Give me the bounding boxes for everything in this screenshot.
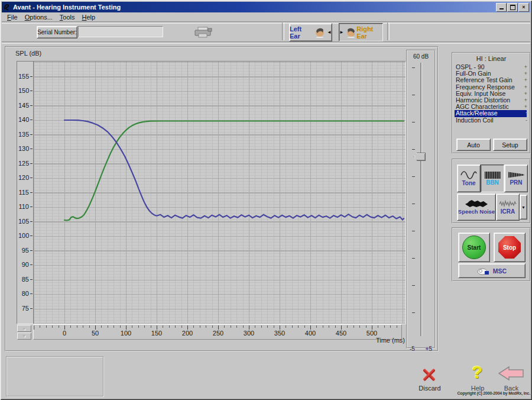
toolbar-bottom-separator: [2, 41, 530, 44]
y-tick-label: 80: [18, 290, 33, 297]
hi-test-item-label: Equiv. Input Noise: [456, 90, 505, 97]
bbn-button[interactable]: BBN: [481, 164, 504, 192]
pseudo-random-noise-icon: [508, 172, 524, 179]
minimize-icon: [499, 8, 504, 9]
menu-item-options[interactable]: Options...: [22, 13, 57, 21]
menu-item-help[interactable]: Help: [79, 13, 100, 21]
hi-test-item-label: Full-On Gain: [456, 70, 491, 77]
expand-marker-icon[interactable]: +: [524, 64, 527, 70]
hi-test-item-induction-coil[interactable]: Induction Coil-: [455, 117, 527, 124]
left-ear-label: Left Ear: [290, 25, 313, 40]
prn-button[interactable]: PRN: [504, 164, 528, 192]
auto-button[interactable]: Auto: [456, 138, 491, 151]
toolbar-separator: [282, 22, 284, 40]
menu-item-tools[interactable]: Tools: [57, 13, 79, 21]
expand-marker-icon[interactable]: +: [524, 84, 527, 91]
x-tick-label: 50: [88, 330, 102, 337]
y-tick-label: 115: [18, 189, 33, 196]
right-ear-button[interactable]: ► Right Ear: [339, 23, 383, 41]
hi-test-menu-panel: HI : Linear OSPL - 90+Full-On Gain+Refer…: [452, 52, 531, 154]
title-bar: Avant - Hearing Instrument Testing ×: [2, 2, 530, 12]
left-ear-button[interactable]: Left Ear ◄: [289, 23, 332, 41]
icra-noise-icon: [499, 199, 517, 208]
hi-test-item-label: OSPL - 90: [456, 63, 485, 70]
x-tick-label: 200: [180, 330, 194, 337]
left-ear-arrow-icon: ◄: [327, 30, 332, 35]
hi-test-item-label: Harmonic Distortion: [456, 96, 510, 104]
chart-panel: SPL (dB) 1551501451401351301251201151101…: [5, 46, 439, 351]
menu-item-file[interactable]: File: [4, 13, 22, 21]
expand-marker-icon[interactable]: +: [524, 70, 527, 77]
serial-number-input[interactable]: [78, 26, 163, 37]
icra-button[interactable]: ICRA: [496, 193, 520, 221]
scroll-down-button[interactable]: ▼: [17, 333, 31, 340]
discard-icon[interactable]: [421, 367, 437, 382]
y-axis-labels: 1551501451401351301251201151101051009590…: [17, 61, 34, 324]
stop-icon: Stop: [498, 236, 521, 259]
y-tick-label: 140: [18, 116, 33, 123]
app-window: Avant - Hearing Instrument Testing × Fil…: [0, 0, 532, 400]
msc-button[interactable]: MSC: [458, 263, 525, 278]
hi-test-item-label: Attack/Release: [456, 109, 498, 117]
restore-button[interactable]: [507, 3, 518, 12]
msc-icon: [477, 267, 490, 275]
y-tick-label: 90: [18, 261, 33, 268]
stop-button[interactable]: Stop: [494, 233, 525, 262]
x-tick-label: 500: [365, 330, 379, 337]
attack-release-plot[interactable]: [33, 61, 406, 324]
x-tick-label: 400: [303, 330, 317, 337]
serial-number-button[interactable]: Serial Number:: [37, 26, 77, 38]
y-tick-label: 120: [18, 174, 33, 181]
speech-noise-icon: [465, 199, 488, 208]
start-button[interactable]: Start: [458, 233, 490, 262]
printer-icon[interactable]: [194, 27, 213, 38]
y-tick-label: 95: [18, 247, 33, 254]
restore-icon: [510, 5, 515, 10]
x-tick-label: 350: [273, 330, 287, 337]
slider-track[interactable]: [420, 63, 421, 336]
back-arrow-icon[interactable]: [498, 366, 524, 380]
minimize-button[interactable]: [496, 3, 507, 12]
help-icon[interactable]: ?: [472, 362, 482, 382]
speech-noise-button[interactable]: Speech Noise: [457, 193, 496, 221]
scroll-up-button[interactable]: ▲: [17, 325, 31, 332]
copyright-text: Copyright (C) 2000-2004 by MedRx, Inc.: [378, 391, 530, 395]
x-tick-label: 100: [119, 330, 133, 337]
slider-min-label[interactable]: -5: [410, 346, 415, 352]
bbn-label: BBN: [486, 180, 499, 186]
slider-thumb[interactable]: [414, 153, 426, 161]
expand-marker-icon[interactable]: +: [525, 110, 528, 117]
expand-marker-icon[interactable]: +: [524, 97, 527, 104]
tone-button[interactable]: Tone: [457, 164, 481, 192]
expand-marker-icon[interactable]: +: [524, 104, 527, 110]
icra-label: ICRA: [501, 209, 515, 215]
hi-mode-title: HI : Linear: [453, 55, 530, 62]
expand-marker-icon[interactable]: +: [524, 91, 527, 97]
speech-noise-label: Speech Noise: [458, 209, 495, 215]
y-tick-label: 110: [18, 203, 33, 210]
expand-marker-icon[interactable]: -: [525, 117, 527, 124]
slider-max-label[interactable]: +5: [426, 346, 432, 352]
more-stimuli-dropdown[interactable]: ▼: [520, 195, 527, 220]
toolbar: Serial Number: Left Ear ◄ ► Rig: [2, 22, 530, 41]
y-tick-label: 125: [18, 160, 33, 167]
expand-marker-icon[interactable]: +: [524, 77, 527, 83]
tone-label: Tone: [462, 180, 475, 186]
y-axis-title: SPL (dB): [15, 50, 41, 57]
right-ear-head-icon: [346, 27, 355, 38]
close-button[interactable]: ×: [518, 3, 529, 12]
start-label: Start: [468, 244, 481, 251]
y-tick-label: 75: [18, 305, 33, 312]
x-tick-label: 450: [334, 330, 348, 337]
setup-button[interactable]: Setup: [493, 138, 527, 151]
slider-ticks: [412, 67, 415, 334]
stimulus-panel: Tone BBN PRN Speech Noise ICRA ▼: [452, 159, 531, 224]
toolbar-separator-2: [387, 22, 390, 40]
y-tick-label: 150: [18, 87, 33, 94]
slider-level-label: 60 dB: [407, 53, 434, 60]
x-tick-label: 300: [242, 330, 256, 337]
y-tick-label: 145: [18, 102, 33, 109]
hi-test-item-label: Frequency Response: [456, 83, 515, 91]
left-ear-head-icon: [315, 27, 325, 38]
start-icon: Start: [462, 236, 486, 259]
